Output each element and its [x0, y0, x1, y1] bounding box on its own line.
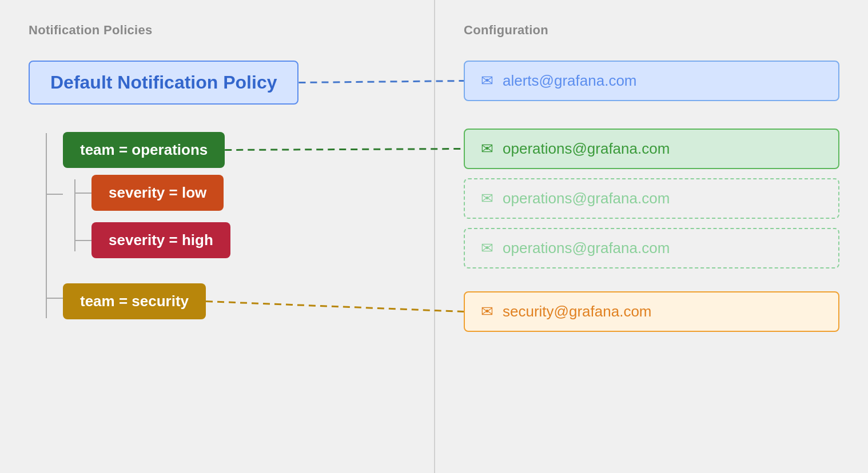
mail-icon-operations: ✉	[481, 140, 493, 158]
tree-children: team = operations severity = low severit…	[29, 122, 405, 330]
mail-icon-security: ✉	[481, 303, 493, 320]
left-panel: Notification Policies Default Notificati…	[0, 0, 434, 473]
config-item-operations[interactable]: ✉ operations@grafana.com	[464, 129, 839, 169]
tree-node-security: team = security	[63, 266, 405, 330]
severity-low-box[interactable]: severity = low	[91, 175, 224, 211]
severity-high-node: severity = high	[91, 222, 405, 258]
config-item-security[interactable]: ✉ security@grafana.com	[464, 291, 839, 332]
severity-low-node: severity = low	[91, 175, 405, 211]
main-container: Notification Policies Default Notificati…	[0, 0, 868, 473]
mail-icon-severity-high: ✉	[481, 239, 493, 257]
right-panel: Configuration ✉ alerts@grafana.com ✉ ope…	[434, 0, 868, 473]
config-item-severity-low[interactable]: ✉ operations@grafana.com	[464, 178, 839, 219]
config-item-severity-high[interactable]: ✉ operations@grafana.com	[464, 228, 839, 268]
severity-high-box[interactable]: severity = high	[91, 222, 230, 258]
config-email-operations: operations@grafana.com	[503, 140, 670, 158]
security-label: team = security	[80, 292, 189, 310]
security-box[interactable]: team = security	[63, 283, 206, 319]
config-email-severity-low: operations@grafana.com	[503, 190, 670, 207]
default-policy-label: Default Notification Policy	[50, 72, 277, 93]
default-policy-box[interactable]: Default Notification Policy	[29, 61, 298, 105]
operations-box[interactable]: team = operations	[63, 132, 225, 168]
config-email-security: security@grafana.com	[503, 303, 652, 320]
severity-high-label: severity = high	[109, 231, 213, 248]
config-email-severity-high: operations@grafana.com	[503, 239, 670, 257]
operations-label: team = operations	[80, 141, 208, 158]
config-email-default: alerts@grafana.com	[503, 72, 637, 90]
tree-node-operations: team = operations severity = low severit…	[63, 122, 405, 266]
config-items: ✉ alerts@grafana.com ✉ operations@grafan…	[464, 61, 839, 332]
left-panel-title: Notification Policies	[29, 23, 405, 38]
right-panel-title: Configuration	[464, 23, 839, 38]
mail-icon-severity-low: ✉	[481, 190, 493, 207]
config-item-default[interactable]: ✉ alerts@grafana.com	[464, 61, 839, 101]
mail-icon-default: ✉	[481, 72, 493, 90]
policy-tree: Default Notification Policy team = opera…	[29, 61, 405, 330]
severity-low-label: severity = low	[109, 184, 206, 201]
sub-children-operations: severity = low severity = high	[63, 168, 405, 263]
